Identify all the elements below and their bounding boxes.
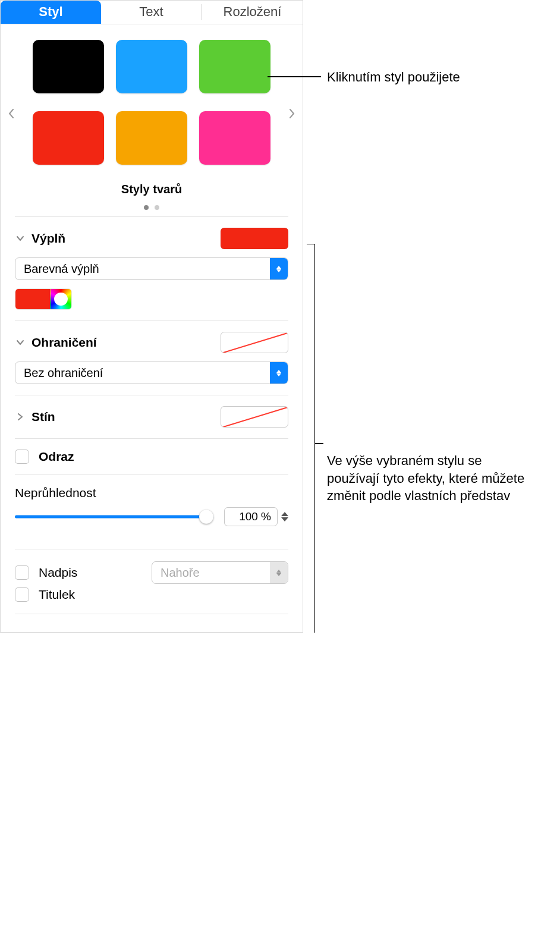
shape-styles-area: Styly tvarů	[1, 24, 303, 212]
swatch-page-indicator	[7, 202, 297, 212]
chevron-right-icon	[17, 413, 24, 420]
title-position-value: Nahoře	[152, 566, 270, 580]
tab-layout[interactable]: Rozložení	[202, 1, 303, 24]
caption-checkbox[interactable]	[15, 587, 29, 602]
callout-text: Kliknutím styl použijete	[323, 68, 460, 86]
shape-style-swatch[interactable]	[199, 40, 270, 93]
border-style-well[interactable]	[221, 332, 288, 353]
title-position-popup[interactable]: Nahoře	[152, 561, 288, 584]
annotation-layer: Kliknutím styl použijete Ve výše vybrané…	[303, 0, 560, 633]
border-type-value: Bez ohraničení	[15, 366, 270, 380]
format-inspector-panel: Styl Text Rozložení Styly tvarů	[0, 0, 303, 633]
fill-disclosure[interactable]	[15, 233, 26, 244]
callout-text: Ve výše vybraném stylu se používají tyto…	[323, 452, 537, 505]
shape-style-swatch[interactable]	[199, 111, 270, 165]
fill-label: Výplň	[32, 231, 221, 246]
title-label: Nadpis	[39, 565, 95, 580]
reflection-label: Odraz	[39, 450, 288, 464]
shape-style-grid	[7, 40, 297, 165]
stepper-up[interactable]	[281, 512, 288, 516]
reflection-checkbox[interactable]	[15, 450, 29, 464]
inspector-tabs: Styl Text Rozložení	[1, 1, 303, 24]
popup-arrows-icon	[270, 362, 288, 384]
shape-styles-label: Styly tvarů	[7, 183, 297, 196]
border-disclosure[interactable]	[15, 337, 26, 348]
opacity-section: Neprůhlednost 100 %	[15, 475, 288, 537]
fill-color-picker	[15, 288, 72, 310]
fill-preset-color[interactable]	[15, 289, 50, 309]
opacity-value-field[interactable]: 100 %	[224, 507, 278, 526]
slider-thumb[interactable]	[199, 510, 213, 524]
popup-arrows-icon	[270, 562, 288, 583]
swatch-prev-button[interactable]	[4, 102, 18, 125]
fill-type-popup[interactable]: Barevná výplň	[15, 257, 288, 280]
shape-style-swatch[interactable]	[116, 40, 187, 93]
callout-leader-line	[268, 76, 321, 77]
opacity-slider[interactable]	[15, 510, 213, 524]
shape-style-swatch[interactable]	[33, 111, 104, 165]
shadow-section: Stín	[15, 395, 288, 438]
chevron-down-icon	[17, 235, 24, 242]
caption-label: Titulek	[39, 587, 288, 602]
shape-style-swatch[interactable]	[116, 111, 187, 165]
chevron-right-icon	[289, 109, 295, 118]
shadow-label: Stín	[32, 410, 221, 424]
callout-bracket	[307, 244, 315, 633]
opacity-stepper	[281, 512, 288, 521]
shadow-style-well[interactable]	[221, 406, 288, 428]
page-dot[interactable]	[155, 205, 159, 210]
fill-section: Výplň Barevná výplň	[15, 217, 288, 320]
callout-leader-line	[315, 443, 323, 444]
shape-style-swatch[interactable]	[33, 40, 104, 93]
reflection-row: Odraz	[15, 439, 288, 475]
border-section: Ohraničení Bez ohraničení	[15, 321, 288, 395]
color-wheel-button[interactable]	[50, 289, 71, 309]
popup-arrows-icon	[270, 258, 288, 279]
chevron-left-icon	[8, 109, 14, 118]
tab-style[interactable]: Styl	[1, 1, 101, 24]
stepper-down[interactable]	[281, 517, 288, 521]
shadow-disclosure[interactable]	[15, 411, 26, 422]
border-type-popup[interactable]: Bez ohraničení	[15, 362, 288, 384]
tab-text[interactable]: Text	[101, 1, 202, 24]
border-label: Ohraničení	[32, 335, 221, 350]
page-dot[interactable]	[144, 205, 149, 210]
swatch-next-button[interactable]	[285, 102, 299, 125]
fill-type-value: Barevná výplň	[15, 262, 270, 276]
chevron-down-icon	[17, 339, 24, 346]
opacity-label: Neprůhlednost	[15, 486, 288, 507]
title-checkbox[interactable]	[15, 565, 29, 580]
fill-color-well[interactable]	[221, 228, 288, 249]
title-caption-section: Nadpis Nahoře Titulek	[15, 549, 288, 614]
